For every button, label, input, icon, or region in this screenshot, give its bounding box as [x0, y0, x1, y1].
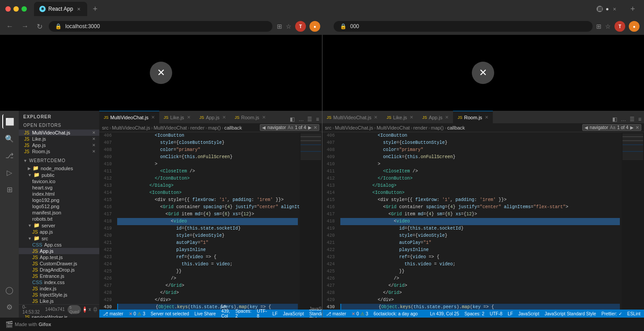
like-close-icon[interactable]: ✕ — [92, 137, 96, 141]
file-app-js[interactable]: JS App.js — [19, 248, 99, 254]
search-nav-next-r[interactable]: ▶ — [630, 125, 634, 130]
minimize-button[interactable] — [13, 6, 19, 12]
file-index-css[interactable]: CSS index.css — [19, 279, 99, 285]
file-custom-drawer[interactable]: JS CustomDrawer.js — [19, 260, 99, 267]
source-control-icon[interactable]: ⎇ — [2, 148, 17, 163]
search-close[interactable]: ✕ — [314, 125, 317, 130]
file-server-app[interactable]: JS app.js — [19, 229, 99, 235]
editor-tab-like-right[interactable]: JS Like.js ✕ — [382, 111, 418, 123]
app-close-icon[interactable]: ✕ — [92, 143, 96, 147]
editor-tab-multichat-right[interactable]: JS MultiVideoChat.js ✕ — [322, 111, 382, 123]
room-close-icon[interactable]: ✕ — [92, 149, 96, 154]
new-tab-button[interactable]: + — [89, 3, 101, 16]
user-avatar-1[interactable]: T — [295, 21, 306, 32]
file-favicon[interactable]: favicon.ico — [19, 178, 99, 184]
terminal-x[interactable]: x — [89, 307, 91, 312]
second-translate-icon[interactable]: ⊞ — [596, 23, 602, 30]
tab-app-close[interactable]: ✕ — [222, 115, 226, 120]
editor-tab-room[interactable]: JS Room.js ✕ — [230, 111, 270, 123]
tab-multichat-close-right[interactable]: ✕ — [374, 115, 377, 120]
search-nav-next[interactable]: ▶ — [308, 125, 312, 130]
breadcrumb-toggle-right[interactable]: ≡ — [637, 115, 642, 123]
file-inject-style[interactable]: JS InjectStyle.js — [19, 292, 99, 298]
file-like-js[interactable]: JS Like.js — [19, 298, 99, 304]
tab-close-btn[interactable]: ✕ — [76, 6, 82, 12]
debug-icon[interactable]: ▷ — [2, 165, 17, 180]
tab-room-close-right[interactable]: ✕ — [485, 115, 488, 120]
translate-icon[interactable]: ⊞ — [277, 23, 282, 30]
search-close-r[interactable]: ✕ — [636, 125, 639, 130]
search-nav-prev-r[interactable]: ◀ — [585, 125, 588, 130]
editor-search-right[interactable]: ◀ navigator Aa 1 of 4 ▶ ✕ — [582, 124, 641, 131]
file-heart[interactable]: heart.svg — [19, 184, 99, 191]
tab-room-close[interactable]: ✕ — [262, 115, 266, 120]
open-file-room[interactable]: JS Room.js ✕ — [19, 148, 99, 155]
file-entrance[interactable]: JS Entrance.js — [19, 273, 99, 279]
forward-button[interactable]: → — [20, 21, 30, 32]
terminal-dark-btn[interactable]: ☐ — [93, 306, 97, 313]
maximize-button[interactable] — [21, 6, 27, 12]
breadcrumb-toggle[interactable]: ≡ — [315, 115, 320, 123]
search-nav-prev[interactable]: ◀ — [262, 125, 266, 130]
refresh-button[interactable]: ↻ — [35, 21, 44, 33]
server-status-left[interactable]: Server not selected — [151, 311, 189, 316]
more-icon-right[interactable]: ☰ — [629, 115, 636, 123]
tab-app-close-right[interactable]: ✕ — [445, 115, 449, 120]
folder-public[interactable]: ▼ 📁 public — [19, 172, 99, 178]
service-worker-file[interactable]: JS serviceWorker.js — [19, 314, 99, 318]
second-tab-close[interactable]: ✕ — [611, 6, 618, 12]
editor-tab-like[interactable]: JS Like.js ✕ — [159, 111, 195, 123]
editor-search-left[interactable]: ◀ navigator Aa 1 of 4 ▶ ✕ — [260, 124, 319, 131]
split-icon-right[interactable]: ◧ — [611, 115, 618, 123]
accounts-icon[interactable]: ◯ — [2, 283, 17, 297]
open-file-app[interactable]: JS App.js ✕ — [19, 142, 99, 148]
close-fullscreen-button-left[interactable]: ✕ — [150, 62, 172, 84]
error-count-right[interactable]: ✕ 0 ⚠ 3 — [352, 311, 368, 316]
file-app-test[interactable]: JS App.test.js — [19, 254, 99, 260]
bookmark-icon[interactable]: ☆ — [286, 23, 292, 30]
error-count-left[interactable]: ✕ 0 ⚠ 3 — [129, 311, 145, 316]
editor-tab-app-right[interactable]: JS App.js ✕ — [418, 111, 453, 123]
server-status-right[interactable]: 6octaiclock: a day ago — [373, 311, 418, 316]
editor-tab-app[interactable]: JS App.js ✕ — [195, 111, 230, 123]
editor-tab-multichat[interactable]: JS MultiVideoChat.js ✕ — [99, 111, 159, 123]
tab-like-close[interactable]: ✕ — [187, 115, 191, 120]
url-bar[interactable]: 🔒 localhost:3000 — [49, 21, 272, 32]
file-logo192[interactable]: logo192.png — [19, 197, 99, 203]
dots-icon[interactable]: … — [297, 115, 305, 123]
settings-icon[interactable]: ⚙ — [2, 300, 17, 314]
file-index-js[interactable]: JS index.js — [19, 285, 99, 292]
second-window-tab[interactable]: ⬛ ● ✕ — [591, 2, 623, 16]
file-app-css[interactable]: CSS App.css — [19, 242, 99, 248]
file-logo512[interactable]: logo512.png — [19, 203, 99, 209]
explorer-icon[interactable]: ⬜ — [2, 114, 17, 129]
close-button[interactable] — [5, 6, 11, 12]
file-index-html[interactable]: index.html — [19, 191, 99, 197]
dots-icon-right[interactable]: … — [620, 115, 627, 123]
second-bookmark-icon[interactable]: ☆ — [605, 23, 611, 30]
git-branch-right[interactable]: ⎇ master — [326, 311, 347, 316]
folder-server[interactable]: ▼ 📁 server — [19, 222, 99, 229]
code-editor-left[interactable]: 406 407 408 409 410 411 412 413 414 415 — [99, 132, 300, 310]
file-robots[interactable]: robots.txt — [19, 216, 99, 222]
editor-tab-room-right[interactable]: JS Room.js ✕ — [453, 111, 493, 123]
file-manifest[interactable]: manifest.json — [19, 209, 99, 216]
tab-like-close-right[interactable]: ✕ — [410, 115, 413, 120]
live-share-left[interactable]: Live Share — [195, 311, 216, 316]
git-branch-left[interactable]: ⎇ master — [103, 311, 123, 316]
code-editor-right[interactable]: 406 407 408 409 410 411 412 413 414 415 — [322, 132, 622, 310]
open-file-multichat[interactable]: JS MultiVideoChat.js ✕ — [19, 130, 99, 136]
back-button[interactable]: ← — [4, 21, 15, 32]
split-icon[interactable]: ◧ — [289, 115, 296, 123]
open-file-like[interactable]: JS Like.js ✕ — [19, 136, 99, 142]
extensions-icon[interactable]: ⊞ — [2, 182, 17, 197]
close-fullscreen-button-right[interactable]: ✕ — [472, 62, 494, 84]
terminal-red-btn[interactable]: ● — [84, 306, 86, 313]
folder-node-modules[interactable]: ▶ 📁 node_modules — [19, 165, 99, 172]
folder-src[interactable]: ▼ 📁 src — [19, 235, 99, 242]
search-activity-icon[interactable]: 🔍 — [2, 131, 17, 146]
file-close-icon[interactable]: ✕ — [92, 130, 96, 135]
tab-multichat-close[interactable]: ✕ — [151, 115, 155, 120]
file-drag-drop[interactable]: JS DragAndDrop.js — [19, 267, 99, 273]
active-tab[interactable]: ⚛ React App ✕ — [34, 2, 87, 16]
